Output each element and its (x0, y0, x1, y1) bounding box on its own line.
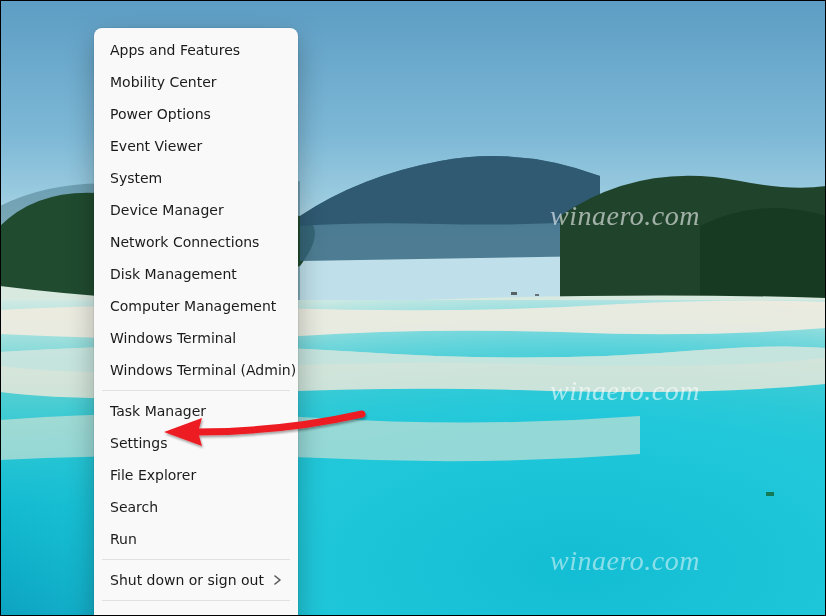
menu-item-label: Device Manager (110, 202, 224, 218)
menu-item-label: Disk Management (110, 266, 237, 282)
menu-item-search[interactable]: Search (94, 491, 298, 523)
menu-item-label: Event Viewer (110, 138, 202, 154)
menu-item-shut-down-or-sign-out[interactable]: Shut down or sign out (94, 564, 298, 596)
menu-item-label: Computer Management (110, 298, 276, 314)
menu-item-settings[interactable]: Settings (94, 427, 298, 459)
menu-item-computer-management[interactable]: Computer Management (94, 290, 298, 322)
winx-context-menu[interactable]: Apps and FeaturesMobility CenterPower Op… (94, 28, 298, 616)
menu-item-disk-management[interactable]: Disk Management (94, 258, 298, 290)
menu-item-windows-terminal[interactable]: Windows Terminal (94, 322, 298, 354)
menu-item-desktop[interactable]: Desktop (94, 605, 298, 616)
menu-item-run[interactable]: Run (94, 523, 298, 555)
menu-item-label: Task Manager (110, 403, 206, 419)
menu-item-label: Shut down or sign out (110, 572, 264, 588)
menu-item-label: Windows Terminal (Admin) (110, 362, 296, 378)
menu-item-label: Network Connections (110, 234, 259, 250)
menu-item-device-manager[interactable]: Device Manager (94, 194, 298, 226)
menu-item-label: Search (110, 499, 158, 515)
menu-item-power-options[interactable]: Power Options (94, 98, 298, 130)
menu-item-label: Apps and Features (110, 42, 240, 58)
menu-item-label: System (110, 170, 162, 186)
chevron-right-icon (274, 575, 282, 585)
menu-item-label: File Explorer (110, 467, 196, 483)
menu-item-label: Power Options (110, 106, 211, 122)
menu-item-label: Run (110, 531, 137, 547)
menu-item-apps-and-features[interactable]: Apps and Features (94, 34, 298, 66)
menu-item-label: Settings (110, 435, 167, 451)
menu-item-label: Windows Terminal (110, 330, 236, 346)
menu-item-system[interactable]: System (94, 162, 298, 194)
menu-separator (102, 390, 290, 391)
menu-item-event-viewer[interactable]: Event Viewer (94, 130, 298, 162)
menu-item-file-explorer[interactable]: File Explorer (94, 459, 298, 491)
menu-item-task-manager[interactable]: Task Manager (94, 395, 298, 427)
menu-item-windows-terminal-admin[interactable]: Windows Terminal (Admin) (94, 354, 298, 386)
menu-item-mobility-center[interactable]: Mobility Center (94, 66, 298, 98)
menu-separator (102, 600, 290, 601)
menu-item-network-connections[interactable]: Network Connections (94, 226, 298, 258)
menu-separator (102, 559, 290, 560)
menu-item-label: Mobility Center (110, 74, 217, 90)
